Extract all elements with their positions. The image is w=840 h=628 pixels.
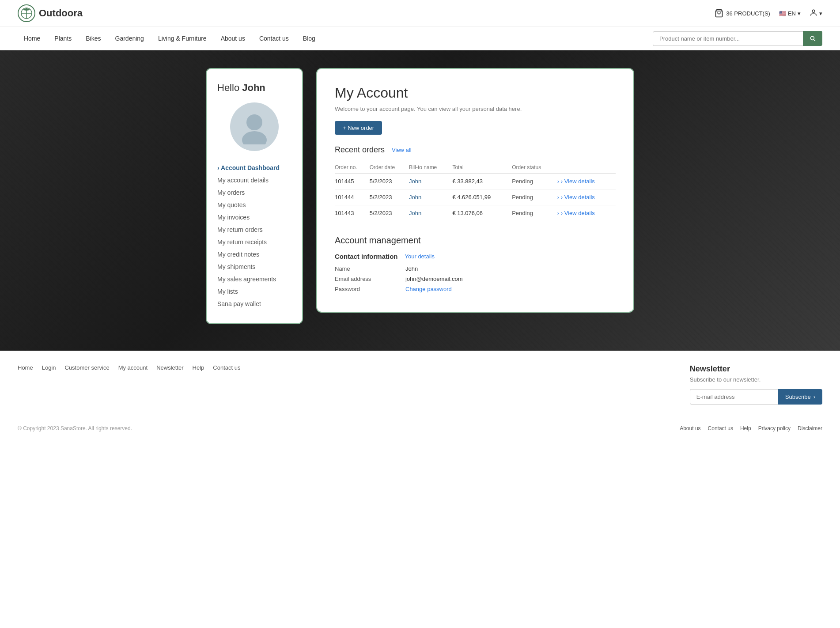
order-no: 101443: [335, 205, 370, 221]
sidebar-item-sales-agreements[interactable]: My sales agreements: [217, 273, 291, 285]
brand-logo[interactable]: Outdoora: [18, 4, 83, 22]
hello-prefix: Hello: [217, 82, 242, 93]
newsletter-subtitle: Subscribe to our newsletter.: [690, 376, 822, 383]
order-view-link[interactable]: › View details: [557, 189, 616, 205]
footer-login[interactable]: Login: [42, 364, 56, 371]
sidebar-navigation: Account Dashboard My account details My …: [217, 162, 291, 310]
sidebar-item-shipments[interactable]: My shipments: [217, 261, 291, 273]
col-order-no: Order no.: [335, 162, 370, 174]
view-all-link[interactable]: View all: [392, 147, 412, 153]
your-details-link[interactable]: Your details: [405, 253, 435, 260]
hello-greeting: Hello John: [217, 82, 291, 94]
bottom-contact[interactable]: Contact us: [708, 425, 733, 431]
sidebar-item-account-details[interactable]: My account details: [217, 174, 291, 186]
new-order-button[interactable]: + New order: [335, 121, 382, 135]
newsletter-title: Newsletter: [690, 364, 822, 374]
nav-plants[interactable]: Plants: [48, 27, 78, 50]
contact-info-section: Contact information Your details Name Jo…: [335, 253, 616, 292]
col-status: Order status: [512, 162, 557, 174]
top-bar: Outdoora 36 PRODUCT(S) 🇺🇸 EN ▾ ▾: [0, 0, 840, 27]
table-row: 101445 5/2/2023 John € 33.882,43 Pending…: [335, 174, 616, 189]
hero-section: Hello John Account Dashboard My account …: [0, 50, 840, 351]
contact-info-header: Contact information Your details: [335, 253, 616, 260]
footer-customer-service[interactable]: Customer service: [65, 364, 110, 371]
sidebar-item-quotes[interactable]: My quotes: [217, 199, 291, 211]
flag-icon: 🇺🇸: [779, 10, 786, 17]
recent-orders-title: Recent orders: [335, 145, 385, 155]
contact-info-label: Contact information: [335, 253, 398, 260]
nav-links: Home Plants Bikes Gardening Living & Fur…: [18, 27, 322, 50]
search-input[interactable]: [653, 31, 803, 46]
order-total: € 33.882,43: [452, 174, 512, 189]
recent-orders-header: Recent orders View all: [335, 145, 616, 155]
newsletter-section: Newsletter Subscribe to our newsletter. …: [690, 364, 822, 405]
table-row: 101443 5/2/2023 John € 13.076,06 Pending…: [335, 205, 616, 221]
lang-label: EN: [788, 10, 796, 17]
chevron-right-icon: ›: [814, 393, 815, 400]
nav-gardening[interactable]: Gardening: [109, 27, 150, 50]
sidebar-item-lists[interactable]: My lists: [217, 285, 291, 298]
sidebar-item-credit-notes[interactable]: My credit notes: [217, 248, 291, 261]
subscribe-button[interactable]: Subscribe ›: [778, 389, 822, 405]
new-order-label: + New order: [343, 125, 374, 131]
sidebar-item-return-receipts[interactable]: My return receipts: [217, 236, 291, 248]
col-order-date: Order date: [370, 162, 409, 174]
orders-table: Order no. Order date Bill-to name Total …: [335, 162, 616, 221]
nav-about[interactable]: About us: [215, 27, 251, 50]
nav-contact[interactable]: Contact us: [253, 27, 295, 50]
sidebar-item-wallet[interactable]: Sana pay wallet: [217, 298, 291, 310]
sidebar-item-orders[interactable]: My orders: [217, 186, 291, 199]
chevron-down-icon: ▾: [798, 10, 801, 17]
bottom-links: About us Contact us Help Privacy policy …: [680, 425, 822, 431]
col-actions: [557, 162, 616, 174]
col-total: Total: [452, 162, 512, 174]
order-total: € 13.076,06: [452, 205, 512, 221]
footer-main: Home Login Customer service My account N…: [0, 351, 840, 418]
order-no: 101444: [335, 189, 370, 205]
bill-to-name: John: [409, 205, 452, 221]
sidebar-item-dashboard[interactable]: Account Dashboard: [217, 162, 291, 174]
nav-home[interactable]: Home: [18, 27, 46, 50]
footer-contact[interactable]: Contact us: [213, 364, 240, 371]
nav-living[interactable]: Living & Furniture: [152, 27, 213, 50]
order-date: 5/2/2023: [370, 174, 409, 189]
nav-blog[interactable]: Blog: [297, 27, 322, 50]
svg-point-6: [246, 114, 262, 130]
contact-email-row: Email address john@demoemail.com: [335, 276, 616, 282]
top-right-actions: 36 PRODUCT(S) 🇺🇸 EN ▾ ▾: [715, 9, 822, 18]
contact-name-row: Name John: [335, 265, 616, 272]
order-view-link[interactable]: › View details: [557, 205, 616, 221]
bottom-privacy[interactable]: Privacy policy: [758, 425, 791, 431]
language-button[interactable]: 🇺🇸 EN ▾: [779, 10, 801, 17]
footer-newsletter[interactable]: Newsletter: [156, 364, 183, 371]
cart-button[interactable]: 36 PRODUCT(S): [715, 9, 770, 18]
user-menu-button[interactable]: ▾: [810, 9, 822, 18]
svg-point-5: [812, 10, 815, 12]
order-view-link[interactable]: › View details: [557, 174, 616, 189]
footer-links: Home Login Customer service My account N…: [18, 364, 240, 371]
change-password-link[interactable]: Change password: [405, 286, 452, 292]
bottom-disclaimer[interactable]: Disclaimer: [798, 425, 822, 431]
svg-point-7: [242, 131, 267, 144]
newsletter-form: Subscribe ›: [690, 389, 822, 405]
sidebar-item-return-orders[interactable]: My return orders: [217, 223, 291, 236]
order-no: 101445: [335, 174, 370, 189]
page-title: My Account: [335, 85, 616, 101]
name-value: John: [405, 265, 418, 272]
nav-bikes[interactable]: Bikes: [79, 27, 107, 50]
table-row: 101444 5/2/2023 John € 4.626.051,99 Pend…: [335, 189, 616, 205]
bottom-about[interactable]: About us: [680, 425, 700, 431]
bill-to-name: John: [409, 189, 452, 205]
newsletter-email-input[interactable]: [690, 389, 778, 405]
email-value: john@demoemail.com: [405, 276, 463, 282]
footer-bottom: © Copyright 2023 SanaStore. All rights r…: [0, 418, 840, 439]
user-avatar: [230, 102, 279, 151]
search-button[interactable]: [803, 31, 822, 46]
page-subtitle: Welcome to your account page. You can vi…: [335, 106, 616, 112]
bottom-help[interactable]: Help: [740, 425, 751, 431]
footer-my-account[interactable]: My account: [118, 364, 148, 371]
footer-home[interactable]: Home: [18, 364, 33, 371]
sidebar-item-invoices[interactable]: My invoices: [217, 211, 291, 223]
footer-help[interactable]: Help: [193, 364, 204, 371]
sidebar-card: Hello John Account Dashboard My account …: [206, 68, 303, 324]
